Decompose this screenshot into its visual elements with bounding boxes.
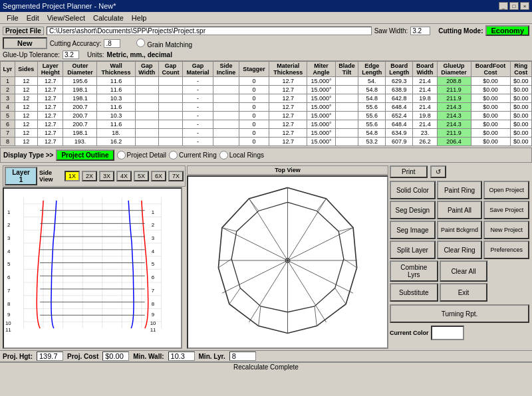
menu-view-select[interactable]: View/Select [43,13,89,23]
current-ring-radio-label[interactable]: Current Ring [169,151,217,159]
current-color-row: Turning Rpt. [390,304,529,323]
svg-text:11: 11 [150,327,156,333]
min-lyr-label: Min. Lyr. [199,353,225,360]
current-color-swatch[interactable] [431,326,464,340]
table-row[interactable]: 51212.7200.710.3-012.715.000°55.6652.419… [1,112,532,120]
minimize-button[interactable]: _ [499,2,508,10]
table-row[interactable]: 81212.7193.16.2-012.715.000°53.2607.926.… [1,138,532,146]
table-row[interactable]: 31212.7198.110.3-012.715.000°54.8642.819… [1,94,532,103]
table-row[interactable]: 61212.7200.711.6-012.715.000°55.6648.421… [1,120,532,129]
menu-edit[interactable]: Edit [23,13,43,23]
economy-button[interactable]: Economy [485,25,529,36]
proj-cost-value: $0.00 [102,351,129,361]
table-cell: - [183,86,213,94]
turning-rpt-button[interactable]: Turning Rpt. [390,304,529,323]
zoom-7x-button[interactable]: 7X [168,171,184,181]
table-cell: 10.3 [97,112,135,120]
table-cell: 12 [15,138,37,146]
window-controls[interactable]: _ □ × [499,2,529,10]
table-row[interactable]: 11212.7195.611.6-012.715.000°54.629.321.… [1,77,532,86]
print-button[interactable]: Print [390,165,428,178]
table-cell: 11.6 [97,120,135,129]
table-cell: 12 [15,129,37,138]
table-row[interactable]: 41212.7200.711.6-012.715.000°55.6648.421… [1,103,532,112]
current-ring-radio[interactable] [169,151,178,159]
col-layer-height: LayerHeight [37,62,63,77]
table-cell [213,77,239,86]
menu-calculate[interactable]: Calculate [89,13,128,23]
menu-file[interactable]: File [3,13,23,23]
saw-width-input[interactable] [410,27,430,35]
local-rings-radio-label[interactable]: Local Rings [219,151,264,159]
paint-all-button[interactable]: Paint All [437,201,483,219]
title-bar: Segmented Project Planner - New* _ □ × [0,0,532,12]
zoom-3x-button[interactable]: 3X [99,171,114,181]
exit-button[interactable]: Exit [440,283,488,302]
solid-color-button[interactable]: Solid Color [390,181,436,199]
table-cell: 2 [1,86,15,94]
paint-bckgrnd-button[interactable]: Paint Bckgrnd [437,221,483,239]
table-cell: 21.4 [413,103,437,112]
new-project-button[interactable]: New Project [483,221,529,239]
grain-matching-radio[interactable] [136,39,145,47]
seg-image-button[interactable]: Seg Image [390,221,436,239]
col-edge-len: EdgeLength [358,62,386,77]
svg-text:8: 8 [7,301,11,307]
zoom-6x-button[interactable]: 6X [151,171,166,181]
close-button[interactable]: × [520,2,529,10]
glue-up-input[interactable] [63,50,79,59]
table-cell: 12.7 [37,129,63,138]
menu-help[interactable]: Help [128,13,151,23]
table-row[interactable]: 21212.7198.111.6-012.715.000°54.8638.921… [1,86,532,94]
button-row-1: Solid Color Paint Ring Open Project [390,181,529,199]
top-view-header-label: Top View [275,167,301,173]
project-detail-radio[interactable] [117,151,126,159]
project-detail-radio-label[interactable]: Project Detail [117,151,166,159]
min-lyr-value: 8 [229,351,256,361]
layer1-button[interactable]: Layer 1 [5,167,37,185]
undo-button[interactable]: ↺ [430,165,446,178]
side-view-label: Side View [39,169,63,183]
table-cell: 607.9 [386,138,413,146]
save-project-button[interactable]: Save Project [483,201,529,219]
local-rings-radio[interactable] [219,151,228,159]
paint-ring-button[interactable]: Paint Ring [437,181,483,199]
zoom-2x-button[interactable]: 2X [82,171,97,181]
table-row[interactable]: 71212.7198.118.-012.715.000°54.8634.923.… [1,129,532,138]
button-row-3: Seg Image Paint Bckgrnd New Project [390,221,529,239]
svg-line-59 [317,199,326,211]
substitute-button[interactable]: Substitute [390,283,438,302]
zoom-1x-button[interactable]: 1X [65,171,80,181]
table-cell: 11.6 [97,77,135,86]
table-cell: 12 [15,94,37,103]
table-cell [335,112,358,120]
table-cell [158,103,182,112]
zoom-5x-button[interactable]: 5X [134,171,149,181]
table-cell: 214.3 [437,120,471,129]
split-layer-button[interactable]: Split Layer [390,241,436,259]
combine-lyrs-button[interactable]: Combine Lyrs [390,260,438,282]
clear-all-button[interactable]: Clear All [440,260,488,282]
button-row-4: Split Layer Clear Ring Preferences [390,241,529,259]
maximize-button[interactable]: □ [509,2,519,10]
table-cell [135,103,158,112]
cutting-accuracy-input[interactable] [104,39,120,48]
table-cell: 10.3 [97,94,135,103]
side-view-svg: 1 2 3 4 5 6 7 8 9 10 11 1 2 3 4 5 6 7 8 [4,189,181,337]
col-gap-mat: GapMaterial [183,62,213,77]
seg-design-button[interactable]: Seg Design [390,201,436,219]
zoom-4x-button[interactable]: 4X [116,171,132,181]
table-cell: 12 [15,77,37,86]
table-cell [158,129,182,138]
table-cell: 21.4 [413,86,437,94]
project-outline-button[interactable]: Project Outline [56,149,114,161]
table-cell: 200.7 [63,120,97,129]
preferences-button[interactable]: Preferences [483,241,529,259]
col-ring-cost: RingCost [510,62,531,77]
control-panel: Print ↺ Solid Color Paint Ring Open Proj… [390,165,529,349]
table-cell: 193. [63,138,97,146]
table-cell: 12.7 [269,86,307,94]
table-cell: 6 [1,120,15,129]
open-project-button[interactable]: Open Project [483,181,529,199]
clear-ring-button[interactable]: Clear Ring [437,241,483,259]
